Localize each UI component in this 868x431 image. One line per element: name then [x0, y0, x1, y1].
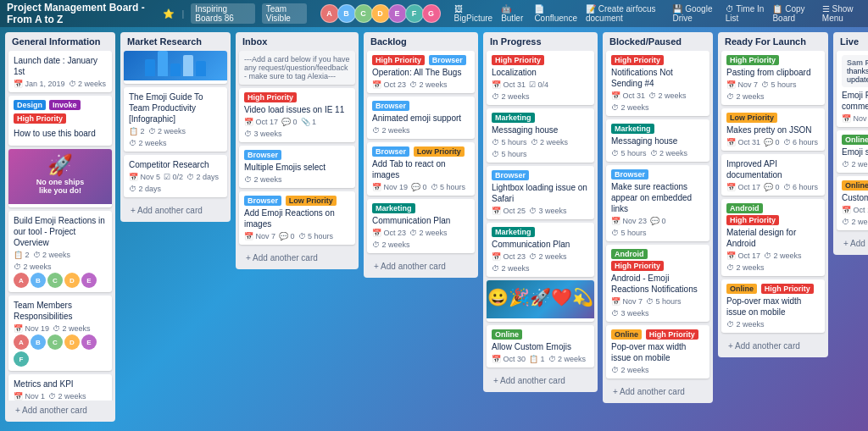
- card[interactable]: Marketing Communication Plan 📅 Oct 23 ⏱ …: [487, 223, 594, 277]
- card[interactable]: Launch date : January 1st 📅 Jan 1, 2019 …: [8, 51, 112, 92]
- header-plugins: 🖼 BigPicture 🤖 Butler 📄 Confluence 📝 Cre…: [454, 4, 861, 23]
- emoji-image: 😀🎉🚀❤️💫: [487, 280, 594, 318]
- card[interactable]: Competitor Research 📅 Nov 5 ☑ 0/2 ⏱ 2 da…: [124, 155, 227, 197]
- avatar: B: [31, 273, 46, 288]
- card-meta: 📅 Oct 17 💬 0 ⏱ 6 hours: [726, 183, 820, 191]
- card[interactable]: Low Priority Makes pretty on JSON 📅 Oct …: [721, 108, 825, 151]
- badge-marketing: Marketing: [492, 113, 535, 123]
- add-card-button[interactable]: + Add another card: [8, 402, 112, 418]
- card[interactable]: Online Allow Custom Emojis 📅 Oct 30 📋 1 …: [487, 325, 594, 367]
- card[interactable]: Browser Lightbox loading issue on Safari…: [487, 166, 594, 219]
- badge-online: Online: [611, 329, 642, 340]
- card[interactable]: Online High Priority Pop-over max width …: [606, 325, 709, 379]
- add-card-button[interactable]: + Add another card: [367, 258, 475, 274]
- avatar: D: [64, 273, 80, 288]
- card-title: Multiple Emojis select: [244, 162, 350, 173]
- card-meta: 📅 Oct 30 📋 1 ⏱ 2 weeks: [492, 355, 589, 363]
- star-icon[interactable]: ⭐: [163, 8, 175, 19]
- card[interactable]: Online High Priority Pop-over max width …: [721, 279, 825, 333]
- plugin-bigpicture[interactable]: 🖼 BigPicture: [454, 4, 493, 23]
- card-meta: ⏱ 2 weeks: [726, 320, 820, 329]
- card[interactable]: Improved API documentation 📅 Oct 17 💬 0 …: [721, 154, 825, 196]
- card[interactable]: Marketing Communication Plan 📅 Oct 23 ⏱ …: [367, 199, 475, 253]
- card[interactable]: High Priority Localization 📅 Oct 31 ☑ 0/…: [487, 51, 594, 105]
- add-card-button[interactable]: + Add another card: [239, 250, 355, 266]
- card[interactable]: The Emoji Guide To Team Productivity [In…: [124, 87, 227, 152]
- add-card-button[interactable]: + Add another card: [721, 338, 825, 354]
- header: Project Management Board - From A to Z ⭐…: [0, 0, 868, 27]
- card[interactable]: Sam Freeman thanks so much for this upda…: [837, 51, 868, 127]
- add-card-button[interactable]: + Add another card: [837, 235, 868, 251]
- card[interactable]: Build Emoji Reactions in our tool - Proj…: [8, 211, 112, 292]
- card[interactable]: High Priority Browser Operation: All The…: [367, 51, 475, 93]
- card[interactable]: Marketing Messaging house ⏱ 5 hours ⏱ 2 …: [487, 108, 594, 163]
- add-card-button[interactable]: + Add another card: [487, 373, 594, 389]
- plugin-timeinlist[interactable]: ⏱ Time In List: [726, 4, 765, 23]
- avatar: D: [64, 334, 80, 350]
- avatar-group: A B C D E F G: [320, 4, 441, 23]
- card[interactable]: Browser Make sure reactions appear on em…: [606, 165, 709, 241]
- badge-online: Online: [492, 329, 522, 340]
- card-title: Messaging house: [492, 124, 589, 135]
- plugin-showmenu[interactable]: ☰ Show Menu: [822, 4, 861, 23]
- plugin-confluence[interactable]: 📄 Confluence: [534, 4, 577, 23]
- card-meta: ⏱ 2 weeks: [372, 126, 470, 135]
- card[interactable]: Team Members Responsibilities 📅 Nov 19 ⏱…: [8, 296, 112, 371]
- list-title: General Information: [5, 32, 115, 51]
- plugin-airfocus[interactable]: 📝 Create airfocus document: [586, 4, 664, 23]
- plugin-drive[interactable]: 💾 Google Drive: [672, 4, 716, 23]
- card-meta: ⏱ 2 weeks: [611, 366, 704, 374]
- card[interactable]: Design Invoke High Priority How to use t…: [8, 96, 112, 146]
- card[interactable]: Metrics and KPI 📅 Nov 1 ⏱ 2 weeks ⏱ 3 we…: [8, 374, 112, 401]
- list-ready: Ready For Launch High Priority Pasting f…: [718, 32, 828, 357]
- badge-browser: Browser: [372, 146, 409, 157]
- board-area: General Information Launch date : Januar…: [0, 27, 868, 431]
- card[interactable]: High Priority Notifications Not Sending …: [606, 51, 709, 116]
- card[interactable]: High Priority Pasting from clipboard 📅 N…: [721, 51, 825, 105]
- plugin-butler[interactable]: 🤖 Butler: [501, 4, 526, 23]
- avatar: B: [31, 334, 46, 350]
- card[interactable]: Browser Multiple Emojis select ⏱ 2 weeks: [239, 146, 355, 188]
- card-meta: 📅 Oct 17 ⏱ 2 weeks ⏱ 2 weeks: [842, 206, 868, 226]
- add-card-button[interactable]: + Add another card: [606, 384, 709, 400]
- header-sep: |: [181, 8, 184, 19]
- badge-high-priority: High Priority: [726, 215, 779, 225]
- card[interactable]: Online Browser Emoji support ⏱ 2 weeks ⏱…: [837, 130, 868, 173]
- card-title: Add Emoji Reactions on images: [244, 207, 350, 229]
- board-team-visible[interactable]: Team Visible: [262, 3, 307, 24]
- card-rocket[interactable]: 🚀 No one shipslike you do!: [8, 149, 112, 207]
- card[interactable]: Online Browser Custom emoji for web 📅 Oc…: [837, 176, 868, 230]
- list-title: In Progress: [483, 32, 598, 51]
- card[interactable]: Android High Priority Material design fo…: [721, 199, 825, 276]
- card-meta: 📅 Nov 23 💬 0 ⏱ 5 hours: [611, 217, 704, 237]
- add-card-button[interactable]: + Add another card: [124, 202, 227, 218]
- badge-marketing: Marketing: [611, 124, 654, 134]
- card-meta: ⏱ 5 hours ⏱ 2 weeks ⏱ 5 hours: [492, 138, 589, 158]
- badge-high-priority: High Priority: [761, 284, 814, 294]
- card-meta: 📅 Nov 5 ☑ 0/2 ⏱ 2 days ⏱ 2 days: [129, 173, 222, 193]
- card[interactable]: Browser Animated emoji support ⏱ 2 weeks: [367, 97, 475, 139]
- card-infographic[interactable]: [124, 51, 227, 84]
- card-meta: 📅 Oct 17 ⏱ 2 weeks ⏱ 2 weeks: [726, 251, 820, 272]
- avatar: C: [47, 273, 63, 288]
- avatar: A: [14, 334, 29, 350]
- card[interactable]: Android High Priority Android - Emoji Re…: [606, 245, 709, 322]
- card-title: Pop-over max width issue on mobile: [611, 341, 704, 363]
- card[interactable]: Marketing Messaging house ⏱ 5 hours ⏱ 2 …: [606, 119, 709, 162]
- plugin-copyboard[interactable]: 📋 Copy Board: [772, 4, 813, 23]
- card[interactable]: High Priority Video load issues on IE 11…: [239, 88, 355, 142]
- card[interactable]: Browser Low Priority Add Tab to react on…: [367, 142, 475, 196]
- card[interactable]: Browser Low Priority Add Emoji Reactions…: [239, 191, 355, 245]
- card-title: Build Emoji Reactions in our tool - Proj…: [14, 215, 107, 248]
- card-intro: ---Add a card below if you have any requ…: [239, 51, 355, 85]
- card-title: Allow Custom Emojis: [492, 341, 589, 352]
- card-emoji[interactable]: 😀🎉🚀❤️💫: [487, 280, 594, 322]
- badge-online: Online: [726, 284, 757, 294]
- card-title: Add Tab to react on images: [372, 158, 470, 180]
- list-title: Live: [833, 32, 868, 51]
- board-inspiring[interactable]: Inspiring Boards 86: [191, 3, 254, 24]
- list-title: Backlog: [364, 32, 478, 51]
- card-meta: 📅 Oct 23 ⏱ 2 weeks: [372, 80, 470, 89]
- card-meta: 📅 Oct 31 ☑ 0/4 ⏱ 2 weeks: [492, 80, 589, 101]
- card-title: Pop-over max width issue on mobile: [726, 296, 820, 318]
